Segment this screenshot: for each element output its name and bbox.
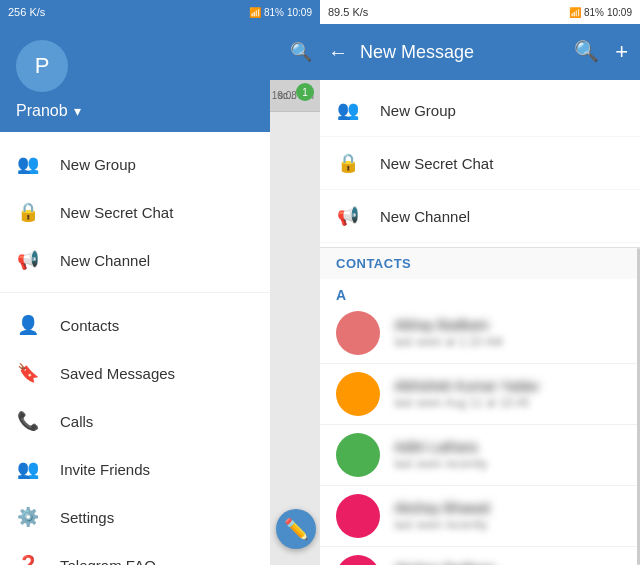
search-icon[interactable]: 🔍 [290, 41, 312, 63]
new-message-header: ← New Message 🔍 + [320, 24, 640, 80]
right-menu-label-new-group: New Group [380, 102, 456, 119]
menu-section-create: 👥 New Group 🔒 New Secret Chat 📢 New Chan… [0, 132, 270, 293]
contact-info-5: Akshay Badkam last seen recently [394, 561, 624, 565]
menu-label-calls: Calls [60, 413, 93, 430]
right-menu-item-new-group[interactable]: 👥 New Group [320, 84, 640, 137]
contact-avatar-1 [336, 311, 380, 355]
contact-sub-2: last seen Aug 11 at 10:45 [394, 396, 624, 410]
left-status-icons: 📶 81% 10:09 [249, 7, 312, 18]
menu-label-saved-messages: Saved Messages [60, 365, 175, 382]
phone-icon: 📞 [16, 409, 40, 433]
drawer-header: P Pranob ▾ [0, 24, 270, 132]
menu-item-faq[interactable]: ❓ Telegram FAQ [0, 541, 270, 565]
back-button[interactable]: ← [328, 41, 348, 64]
new-message-panel: ← New Message 🔍 + 👥 New Group 🔒 New Secr… [320, 24, 640, 565]
menu-label-contacts: Contacts [60, 317, 119, 334]
new-message-menu: 👥 New Group 🔒 New Secret Chat 📢 New Chan… [320, 80, 640, 248]
contact-info-3: Aditri Lathara last seen recently [394, 439, 624, 471]
right-menu-label-new-channel: New Channel [380, 208, 470, 225]
contacts-section: CONTACTS A Abhay Badkam last seen at 1:1… [320, 248, 640, 565]
contacts-header-label: CONTACTS [320, 248, 640, 279]
group-icon: 👥 [336, 98, 360, 122]
help-icon: ❓ [16, 553, 40, 565]
invite-icon: 👥 [16, 457, 40, 481]
megaphone-icon: 📢 [336, 204, 360, 228]
menu-label-new-group: New Group [60, 156, 136, 173]
compose-fab-button[interactable]: ✏️ [276, 509, 316, 549]
menu-section-main: 👤 Contacts 🔖 Saved Messages 📞 Calls 👥 In… [0, 293, 270, 565]
lock-icon: 🔒 [336, 151, 360, 175]
drawer-menu: 👥 New Group 🔒 New Secret Chat 📢 New Chan… [0, 132, 270, 565]
lock-icon: 🔒 [16, 200, 40, 224]
drawer-panel: P Pranob ▾ 👥 New Group 🔒 New Secret Chat… [0, 24, 270, 565]
settings-icon: ⚙️ [16, 505, 40, 529]
menu-item-new-channel[interactable]: 📢 New Channel [0, 236, 270, 284]
contact-name-3: Aditri Lathara [394, 439, 624, 455]
chat-list-panel: 🔍 10:08 AM sc... 1 ✏️ [270, 24, 320, 565]
contact-item-5[interactable]: Akshay Badkam last seen recently [320, 547, 640, 565]
contact-avatar-4 [336, 494, 380, 538]
menu-item-new-group[interactable]: 👥 New Group [0, 140, 270, 188]
menu-item-settings[interactable]: ⚙️ Settings [0, 493, 270, 541]
contact-info-2: Abhishek Kumar Yadav last seen Aug 11 at… [394, 378, 624, 410]
search-icon[interactable]: 🔍 [570, 35, 603, 69]
contact-sub-4: last seen recently [394, 518, 624, 532]
contact-item-3[interactable]: Aditri Lathara last seen recently [320, 425, 640, 486]
menu-item-saved-messages[interactable]: 🔖 Saved Messages [0, 349, 270, 397]
contact-sub-1: last seen at 1:10 AM [394, 335, 624, 349]
menu-item-contacts[interactable]: 👤 Contacts [0, 301, 270, 349]
user-name-row: Pranob ▾ [16, 102, 254, 120]
contact-letter-a: A [320, 279, 640, 303]
avatar: P [16, 40, 68, 92]
chevron-down-icon[interactable]: ▾ [74, 103, 81, 119]
right-menu-item-new-secret-chat[interactable]: 🔒 New Secret Chat [320, 137, 640, 190]
right-status-bar: 89.5 K/s 📶 81% 10:09 [320, 0, 640, 24]
contact-item-2[interactable]: Abhishek Kumar Yadav last seen Aug 11 at… [320, 364, 640, 425]
contact-avatar-5 [336, 555, 380, 565]
menu-label-settings: Settings [60, 509, 114, 526]
menu-label-faq: Telegram FAQ [60, 557, 156, 566]
right-network-speed: 89.5 K/s [328, 6, 368, 18]
add-icon[interactable]: + [611, 35, 632, 69]
bookmark-icon: 🔖 [16, 361, 40, 385]
chat-list-item[interactable]: 10:08 AM sc... 1 [270, 80, 320, 112]
megaphone-icon: 📢 [16, 248, 40, 272]
group-icon: 👥 [16, 152, 40, 176]
contact-name-4: Akshay Bhawal [394, 500, 624, 516]
left-status-bar: 256 K/s 📶 81% 10:09 [0, 0, 320, 24]
contact-sub-3: last seen recently [394, 457, 624, 471]
contact-item-1[interactable]: Abhay Badkam last seen at 1:10 AM [320, 303, 640, 364]
contact-item-4[interactable]: Akshay Bhawal last seen recently [320, 486, 640, 547]
contacts-icon: 👤 [16, 313, 40, 337]
menu-item-new-secret-chat[interactable]: 🔒 New Secret Chat [0, 188, 270, 236]
contact-name-5: Akshay Badkam [394, 561, 624, 565]
compose-icon: ✏️ [284, 517, 309, 541]
contact-avatar-3 [336, 433, 380, 477]
contact-info-4: Akshay Bhawal last seen recently [394, 500, 624, 532]
contact-name-2: Abhishek Kumar Yadav [394, 378, 624, 394]
contact-info-1: Abhay Badkam last seen at 1:10 AM [394, 317, 624, 349]
contact-avatar-2 [336, 372, 380, 416]
chat-list-header: 🔍 [270, 24, 320, 80]
right-menu-label-new-secret-chat: New Secret Chat [380, 155, 493, 172]
chat-badge: 1 [296, 83, 314, 101]
menu-item-calls[interactable]: 📞 Calls [0, 397, 270, 445]
menu-label-new-channel: New Channel [60, 252, 150, 269]
contact-name-1: Abhay Badkam [394, 317, 624, 333]
header-actions: 🔍 + [570, 35, 632, 69]
left-network-speed: 256 K/s [8, 6, 45, 18]
menu-item-invite-friends[interactable]: 👥 Invite Friends [0, 445, 270, 493]
menu-label-new-secret-chat: New Secret Chat [60, 204, 173, 221]
header-title: New Message [360, 42, 558, 63]
username: Pranob [16, 102, 68, 120]
right-menu-item-new-channel[interactable]: 📢 New Channel [320, 190, 640, 243]
right-status-icons: 📶 81% 10:09 [569, 7, 632, 18]
menu-label-invite-friends: Invite Friends [60, 461, 150, 478]
